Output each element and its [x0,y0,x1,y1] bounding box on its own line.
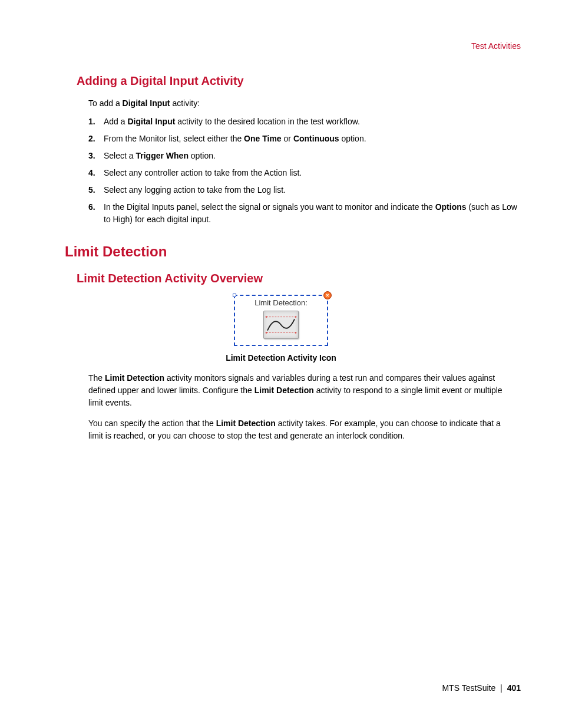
activity-icon-label: Limit Detection: [241,298,321,307]
list-item: 5. Select any logging action to take fro… [88,184,521,196]
page-footer: MTS TestSuite | 401 [442,683,521,693]
list-content: Select a Trigger When option. [104,150,521,162]
list-number: 3. [88,150,100,162]
heading-adding-digital-input: Adding a Digital Input Activity [77,74,521,88]
text: Select any controller action to take fro… [104,168,302,177]
bold-text: Limit Detection [216,419,276,428]
svg-point-4 [266,332,267,334]
list-number: 4. [88,167,100,179]
bold-text: Continuous [293,134,339,143]
text: activity to the desired location in the … [175,117,360,126]
intro-paragraph: To add a Digital Input activity: [88,97,521,110]
svg-point-1 [266,316,267,318]
heading-limit-detection: Limit Detection [65,243,521,260]
header-section-link[interactable]: Test Activities [41,41,521,51]
close-icon: × [323,291,332,299]
intro-pre: To add a [88,98,123,108]
body-paragraph-2: You can specify the action that the Limi… [88,417,515,442]
intro-bold: Digital Input [123,98,170,108]
svg-point-2 [295,316,296,318]
list-number: 5. [88,184,100,196]
list-number: 1. [88,116,100,128]
bold-text: Digital Input [127,117,175,126]
bold-text: One Time [244,134,282,143]
text: or [282,134,293,143]
list-number: 6. [88,201,100,213]
steps-list: 1. Add a Digital Input activity to the d… [88,116,521,226]
list-item: 4. Select any controller action to take … [88,167,521,179]
bold-text: Limit Detection [105,373,164,383]
text: Select any logging action to take from t… [104,185,286,195]
heading-limit-detection-overview: Limit Detection Activity Overview [77,272,521,285]
text: Select a [104,151,135,160]
text: From the Monitor list, select either the [104,134,244,143]
limit-detection-figure: × Limit Detection: Limit Detection Activ… [41,295,521,363]
bold-text: Trigger When [135,151,188,160]
text: The [88,373,105,383]
list-content: Select any logging action to take from t… [104,184,521,196]
text: option. [189,151,216,160]
body-paragraph-1: The Limit Detection activity monitors si… [88,372,515,409]
text: You can specify the action that the [88,419,216,428]
list-item: 6. In the Digital Inputs panel, select t… [88,201,521,226]
text: Add a [104,117,127,126]
text: In the Digital Inputs panel, select the … [104,202,435,212]
list-item: 1. Add a Digital Input activity to the d… [88,116,521,128]
footer-separator: | [500,683,503,693]
figure-caption: Limit Detection Activity Icon [41,353,521,363]
list-item: 2. From the Monitor list, select either … [88,133,521,145]
intro-post: activity: [170,98,200,108]
list-content: Add a Digital Input activity to the desi… [104,116,521,128]
list-content: In the Digital Inputs panel, select the … [104,201,521,226]
page-number: 401 [507,683,521,693]
svg-point-5 [295,332,296,334]
bold-text: Options [435,202,467,212]
footer-product: MTS TestSuite [442,683,495,693]
bold-text: Limit Detection [254,386,314,395]
selection-handle-icon [233,294,236,297]
list-content: From the Monitor list, select either the… [104,133,521,145]
list-number: 2. [88,133,100,145]
limit-detection-icon [263,311,299,339]
list-item: 3. Select a Trigger When option. [88,150,521,162]
activity-icon-box: × Limit Detection: [234,295,328,346]
list-content: Select any controller action to take fro… [104,167,521,179]
text: option. [339,134,366,143]
